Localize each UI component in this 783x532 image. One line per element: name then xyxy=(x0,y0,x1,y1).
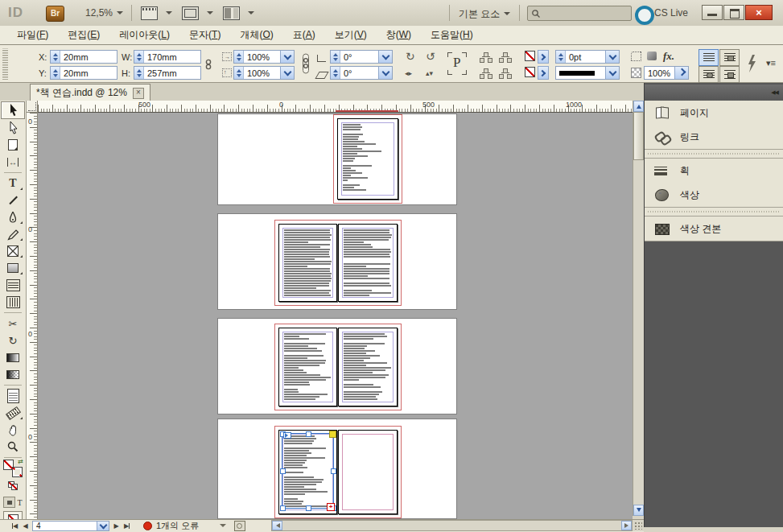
vertical-ruler[interactable]: 0000 xyxy=(27,113,38,519)
content-grabber-icon[interactable]: P xyxy=(447,52,467,75)
select-previous-object-icon[interactable] xyxy=(499,52,512,63)
cs-live-label[interactable]: CS Live xyxy=(654,7,688,19)
spinner-icon[interactable] xyxy=(234,51,244,63)
collapse-panels-icon[interactable]: ◀◀ xyxy=(771,89,778,96)
constrain-wh-icon[interactable] xyxy=(204,59,213,70)
pen-tool[interactable] xyxy=(2,209,24,225)
hand-tool[interactable] xyxy=(2,422,24,438)
select-container-icon[interactable] xyxy=(480,52,492,63)
x-field[interactable]: 20mm xyxy=(50,50,117,64)
page[interactable] xyxy=(338,224,398,302)
cs-live-icon[interactable] xyxy=(635,6,654,25)
gradient-feather-tool[interactable] xyxy=(2,366,24,382)
h-field[interactable]: 257mm xyxy=(134,66,201,80)
overset-text-icon[interactable]: + xyxy=(327,503,335,511)
panel-grip[interactable] xyxy=(2,48,8,80)
workspace-switcher[interactable]: 기본 요소 xyxy=(459,7,510,21)
menu-w[interactable]: 창(W) xyxy=(377,26,420,44)
preflight-error-icon[interactable] xyxy=(143,522,152,530)
menu-l[interactable]: 레이아웃(L) xyxy=(110,26,179,44)
spinner-icon[interactable] xyxy=(134,51,144,63)
page-tool[interactable] xyxy=(2,137,24,153)
spinner-icon[interactable] xyxy=(134,67,144,79)
document-canvas[interactable]: + xyxy=(38,113,633,519)
panel-button-color[interactable]: 색상 xyxy=(645,183,783,207)
panel-button-swatches[interactable]: 색상 견본 xyxy=(645,217,783,241)
selection-handle[interactable] xyxy=(306,431,311,437)
quick-apply-icon[interactable] xyxy=(747,55,756,72)
formatting-affects-text-button[interactable]: T xyxy=(17,498,22,507)
chevron-down-icon[interactable] xyxy=(220,524,226,530)
preflight-error-label[interactable]: 1개의 오류 xyxy=(156,520,199,532)
search-input[interactable] xyxy=(527,6,632,21)
fill-swatch-arrow[interactable] xyxy=(538,66,549,80)
page[interactable] xyxy=(278,328,337,406)
bridge-button[interactable]: Br xyxy=(46,6,64,22)
tab-close-icon[interactable]: × xyxy=(133,88,144,99)
dock-divider[interactable] xyxy=(645,208,783,217)
vertical-scrollbar[interactable] xyxy=(633,101,644,516)
panel-button-pages[interactable]: 페이지 xyxy=(645,101,783,125)
menu-h[interactable]: 도움말(H) xyxy=(422,26,482,44)
spinner-icon[interactable] xyxy=(331,51,340,63)
flip-vertical-button[interactable]: ▴▾ xyxy=(426,69,433,77)
opacity-field[interactable]: 100% xyxy=(644,66,689,80)
spinner-icon[interactable] xyxy=(556,51,566,63)
pasteboard-spread-2[interactable] xyxy=(217,213,457,310)
gradient-tool[interactable] xyxy=(2,349,24,365)
frame-tool[interactable] xyxy=(2,243,24,259)
horizontal-ruler[interactable]: 50005001000 xyxy=(38,101,633,113)
line-tool[interactable] xyxy=(2,192,24,208)
stroke-style-dropdown[interactable] xyxy=(555,66,620,80)
formatting[interactable]: T xyxy=(2,494,24,510)
wrap-object-shape-button[interactable] xyxy=(699,66,719,83)
default-fill-stroke-icon[interactable] xyxy=(8,481,18,489)
wrap-bounding-box-button[interactable] xyxy=(719,49,740,66)
chevron-down-icon[interactable] xyxy=(280,67,294,79)
flip-horizontal-button[interactable]: ◂▸ xyxy=(405,69,412,77)
page[interactable] xyxy=(338,328,398,406)
stroke-weight-field[interactable]: 0pt xyxy=(555,50,620,64)
type-tool[interactable]: T xyxy=(2,175,24,192)
wrap-none-button[interactable] xyxy=(699,49,719,66)
menu-e[interactable]: 편집(E) xyxy=(59,26,109,44)
chevron-down-icon[interactable] xyxy=(378,67,392,79)
scroll-down-button[interactable] xyxy=(633,505,644,516)
previous-page-button[interactable]: ◀ xyxy=(20,522,31,531)
menu-v[interactable]: 보기(V) xyxy=(326,26,376,44)
rotate-cw-button[interactable]: ↻ xyxy=(406,51,415,62)
y-field[interactable]: 20mm xyxy=(50,66,117,80)
rotation-field[interactable]: 0° xyxy=(330,50,393,64)
select-next-object-icon[interactable] xyxy=(499,68,512,79)
view-options-dropdown[interactable] xyxy=(141,6,172,20)
scroll-up-button[interactable] xyxy=(633,101,644,112)
selection-handle[interactable] xyxy=(280,468,286,474)
chevron-down-icon[interactable] xyxy=(378,51,392,63)
select-content-icon[interactable] xyxy=(480,68,492,79)
chevron-down-icon[interactable] xyxy=(605,51,619,63)
pasteboard-spread-4[interactable]: + xyxy=(217,419,457,519)
chevron-down-icon[interactable] xyxy=(280,51,294,63)
gap-tool[interactable]: ↔ xyxy=(2,154,24,170)
shear-field[interactable]: 0° xyxy=(330,66,393,80)
horizontal-scrollbar[interactable] xyxy=(271,520,633,531)
fill-stroke-tool[interactable]: ⇄ xyxy=(2,460,24,476)
stroke-swatch[interactable] xyxy=(12,467,23,477)
selection-handle[interactable] xyxy=(280,505,286,511)
direct-selection-tool[interactable] xyxy=(2,120,24,136)
rotate-tool[interactable]: ↻ xyxy=(2,332,24,348)
default-swatches[interactable] xyxy=(2,477,24,493)
note-tool[interactable] xyxy=(2,388,24,404)
menu-a[interactable]: 표(A) xyxy=(284,26,324,44)
spinner-icon[interactable] xyxy=(234,67,244,79)
spinner-icon[interactable] xyxy=(51,51,60,63)
pencil-tool[interactable] xyxy=(2,226,24,242)
pasteboard-spread-3[interactable] xyxy=(217,318,457,414)
next-page-button[interactable]: ▶ xyxy=(111,522,122,531)
scroll-left-button[interactable] xyxy=(272,521,282,530)
close-button[interactable]: × xyxy=(745,5,773,20)
measure-tool[interactable] xyxy=(2,405,24,421)
drop-shadow-icon[interactable] xyxy=(647,52,657,60)
live-corner-handle[interactable] xyxy=(329,431,336,438)
vertical-scroll-thumb[interactable] xyxy=(633,112,644,160)
